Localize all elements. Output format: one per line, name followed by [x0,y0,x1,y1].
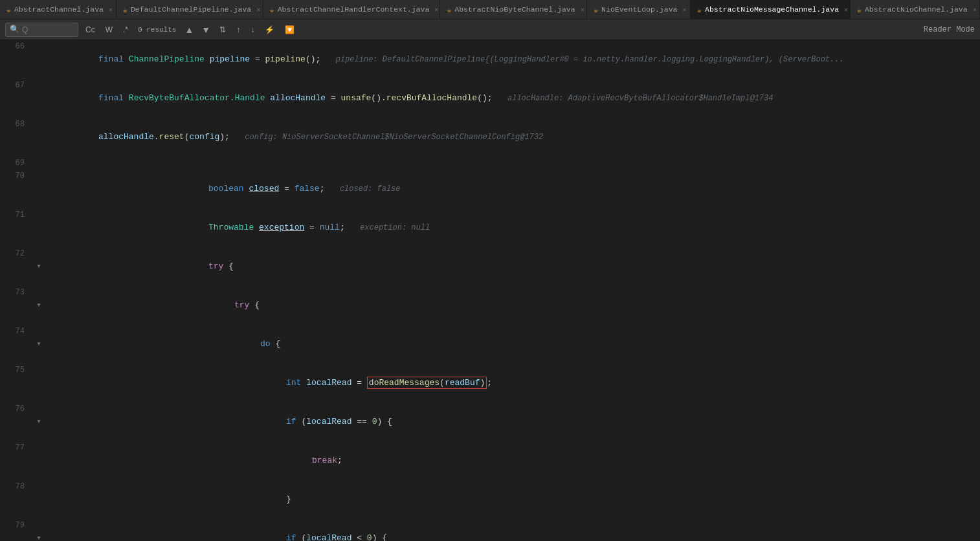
toolbar: 🔍 Cc W .* 0 results ▲ ▼ ⇅ ↑ ↓ ⚡ 🔽 Reader… [0,19,980,40]
tab-AbstractChannel[interactable]: ☕ AbstractChannel.java ✕ [0,0,117,19]
view-btn[interactable]: ⚡ [262,24,278,36]
close-icon[interactable]: ✕ [256,6,260,14]
table-row: 67 final RecvByteBufAllocator.Handle all… [0,79,980,118]
filter-btn[interactable]: 🔽 [282,24,298,36]
next-occurrence-btn[interactable]: ↓ [247,24,258,36]
tab-label: AbstractNioByteChannel.java [454,5,575,14]
close-icon[interactable]: ✕ [973,6,977,14]
tab-bar: ☕ AbstractChannel.java ✕ ☕ DefaultChanne… [0,0,980,19]
table-row: 74 ▼ do { [0,325,980,364]
fold-icon[interactable]: ▼ [37,338,40,351]
tab-label: DefaultChannelPipeline.java [131,5,251,14]
close-icon[interactable]: ✕ [109,6,113,14]
table-row: 70 boolean closed = false; closed: false [0,170,980,208]
tab-label: NioEventLoop.java [601,5,677,14]
tab-label: AbstractChannel.java [14,5,104,14]
tab-DefaultChannelPipeline[interactable]: ☕ DefaultChannelPipeline.java ✕ [117,0,263,19]
reader-mode-label: Reader Mode [924,25,975,34]
tab-AbstractNioChannel[interactable]: ☕ AbstractNioChannel.java ✕ [851,0,980,19]
table-row: 78 } [0,480,980,519]
editor-area: 66 final ChannelPipeline pipeline = pipe… [0,40,980,541]
tab-label: AbstractNioMessageChannel.java [705,5,839,14]
table-row: 75 int localRead = doReadMessages(readBu… [0,364,980,403]
tab-AbstractNioByteChannel[interactable]: ☕ AbstractNioByteChannel.java ✕ [440,0,587,19]
table-row: 71 Throwable exception = null; exception… [0,208,980,247]
table-row: 79 ▼ if (localRead < 0) { [0,519,980,541]
close-icon[interactable]: ✕ [682,6,686,14]
table-row: 68 allocHandle.reset(config); config: Ni… [0,118,980,157]
tab-AbstractNioMessageChannel[interactable]: ☕ AbstractNioMessageChannel.java ✕ [691,0,851,19]
table-row: 66 final ChannelPipeline pipeline = pipe… [0,40,980,79]
tab-AbstractChannelHandlerContext[interactable]: ☕ AbstractChannelHandlerContext.java ✕ [263,0,441,19]
word-btn[interactable]: W [102,24,116,36]
tab-label: AbstractNioChannel.java [865,5,968,14]
format-btn[interactable]: Cc [82,24,98,36]
prev-result-btn[interactable]: ▲ [183,25,195,35]
search-input[interactable] [22,25,74,34]
regex-btn[interactable]: .* [120,24,131,36]
search-box[interactable]: 🔍 [5,23,78,37]
results-count: 0 results [135,26,179,34]
code-lines: 66 final ChannelPipeline pipeline = pipe… [0,40,980,541]
close-icon[interactable]: ✕ [434,6,438,14]
fold-icon[interactable]: ▼ [37,532,40,541]
fold-icon[interactable]: ▼ [37,260,40,273]
close-icon[interactable]: ✕ [844,6,848,14]
table-row: 69 [0,157,980,170]
tab-label: AbstractChannelHandlerContext.java [278,5,430,14]
table-row: 72 ▼ try { [0,247,980,286]
table-row: 73 ▼ try { [0,286,980,325]
table-row: 77 break; [0,441,980,480]
code-container: 66 final ChannelPipeline pipeline = pipe… [0,40,980,541]
search-icon: 🔍 [10,25,19,34]
next-result-btn[interactable]: ▼ [199,25,212,35]
prev-occurrence-btn[interactable]: ↑ [233,24,243,36]
fold-icon[interactable]: ▼ [37,415,40,428]
toggle-btn[interactable]: ⇅ [216,24,229,36]
fold-icon[interactable]: ▼ [37,299,40,312]
table-row: 76 ▼ if (localRead == 0) { [0,403,980,441]
tab-NioEventLoop[interactable]: ☕ NioEventLoop.java ✕ [587,0,691,19]
close-icon[interactable]: ✕ [581,6,585,14]
